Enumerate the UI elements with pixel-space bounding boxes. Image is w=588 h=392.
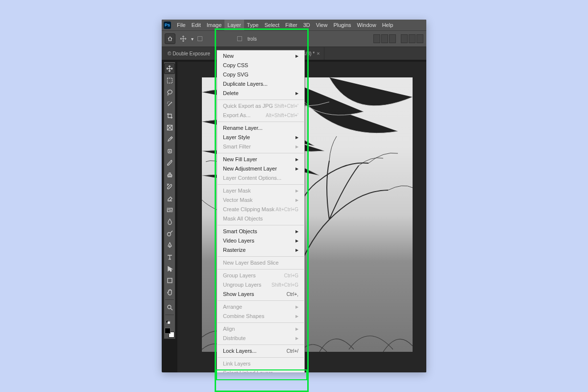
crop-tool[interactable] [164, 110, 175, 121]
marquee-tool[interactable] [164, 75, 175, 86]
menu-items: FileEditImageLayerTypeSelectFilter3DView… [174, 20, 396, 30]
layer-menu-dropdown: New▶Copy CSSCopy SVGDuplicate Layers...D… [217, 50, 305, 372]
pen-tool[interactable] [164, 240, 175, 250]
show-transform-label: trols [247, 36, 257, 42]
align-btn[interactable] [381, 34, 388, 43]
healing-brush-tool[interactable] [164, 146, 175, 156]
menu-view[interactable]: View [313, 20, 331, 30]
menuitem-duplicate-layers[interactable]: Duplicate Layers... [217, 79, 304, 89]
hand-tool[interactable] [164, 287, 175, 297]
menu-file[interactable]: File [174, 20, 189, 30]
align-btn[interactable] [373, 34, 380, 43]
shape-tool[interactable] [164, 275, 175, 286]
menuitem-new-layer-based-slice: New Layer Based Slice [217, 258, 304, 268]
lasso-tool[interactable] [164, 87, 175, 98]
show-transform-checkbox[interactable] [237, 36, 242, 41]
menuitem-link-layers: Link Layers [217, 359, 304, 368]
move-tool-icon [179, 35, 187, 43]
eraser-tool[interactable] [164, 193, 175, 203]
menuitem-new[interactable]: New▶ [217, 51, 304, 61]
app-badge: Ps [164, 22, 171, 29]
options-bar: ▾ Auto-Select: trols [162, 30, 426, 47]
menu-type[interactable]: Type [244, 20, 262, 30]
swap-colors-icon[interactable] [166, 317, 173, 326]
menuitem-layer-content-options: Layer Content Options... [217, 173, 304, 183]
document-tab[interactable]: © Double Exposure [164, 47, 215, 60]
align-btn[interactable] [389, 34, 396, 43]
menu-filter[interactable]: Filter [282, 20, 300, 30]
frame-tool[interactable] [164, 122, 175, 133]
app-window: Ps FileEditImageLayerTypeSelectFilter3DV… [162, 20, 426, 372]
menu-help[interactable]: Help [379, 20, 396, 30]
menuitem-new-fill-layer[interactable]: New Fill Layer▶ [217, 155, 304, 164]
align-buttons [373, 34, 423, 43]
svg-rect-8 [168, 321, 170, 324]
menu-bar: Ps FileEditImageLayerTypeSelectFilter3DV… [162, 20, 426, 30]
menuitem-group-layers: Group LayersCtrl+G [217, 271, 304, 280]
menuitem-quick-export-as-jpg: Quick Export as JPGShift+Ctrl+' [217, 101, 304, 111]
menuitem-ungroup-layers: Ungroup LayersShift+Ctrl+G [217, 280, 304, 290]
type-tool[interactable] [164, 251, 175, 262]
svg-rect-5 [168, 278, 172, 283]
zoom-tool[interactable] [164, 302, 175, 313]
menu-plugins[interactable]: Plugins [330, 20, 354, 30]
menuitem-video-layers[interactable]: Video Layers▶ [217, 236, 304, 245]
color-swatches[interactable] [165, 328, 174, 338]
clone-stamp-tool[interactable] [164, 169, 175, 180]
menuitem-new-adjustment-layer[interactable]: New Adjustment Layer▶ [217, 164, 304, 173]
menuitem-align: Align▶ [217, 324, 304, 334]
menu-window[interactable]: Window [354, 20, 379, 30]
menuitem-show-layers[interactable]: Show LayersCtrl+, [217, 290, 304, 299]
menuitem-export-as: Export As...Alt+Shift+Ctrl+' [217, 111, 304, 120]
menu-select[interactable]: Select [262, 20, 283, 30]
menuitem-lock-layers[interactable]: Lock Layers...Ctrl+/ [217, 346, 304, 356]
menuitem-distribute: Distribute▶ [217, 334, 304, 343]
menu-layer[interactable]: Layer [224, 20, 244, 30]
tools-panel [164, 62, 175, 339]
autoselect-checkbox[interactable] [197, 36, 202, 41]
menuitem-smart-filter: Smart Filter▶ [217, 142, 304, 151]
magic-wand-tool[interactable] [164, 98, 175, 109]
close-tab-icon[interactable]: × [317, 50, 319, 56]
menu-edit[interactable]: Edit [189, 20, 204, 30]
menuitem-copy-svg[interactable]: Copy SVG [217, 70, 304, 79]
svg-point-6 [168, 305, 171, 309]
gradient-tool[interactable] [164, 204, 175, 215]
blur-tool[interactable] [164, 216, 175, 227]
menuitem-smart-objects[interactable]: Smart Objects▶ [217, 227, 304, 236]
menuitem-select-linked-layers: Select Linked Layers [217, 368, 304, 372]
move-tool[interactable] [164, 63, 175, 74]
menuitem-layer-style[interactable]: Layer Style▶ [217, 133, 304, 142]
menu-image[interactable]: Image [204, 20, 225, 30]
align-btn[interactable] [401, 34, 408, 43]
menu-3d[interactable]: 3D [300, 20, 313, 30]
svg-point-4 [167, 232, 171, 236]
path-select-tool[interactable] [164, 263, 175, 274]
menuitem-layer-mask: Layer Mask▶ [217, 186, 304, 196]
brush-tool[interactable] [164, 157, 175, 168]
menuitem-delete[interactable]: Delete▶ [217, 89, 304, 98]
menuitem-rasterize[interactable]: Rasterize▶ [217, 245, 304, 255]
history-brush-tool[interactable] [164, 181, 175, 192]
menuitem-copy-css[interactable]: Copy CSS [217, 61, 304, 70]
menuitem-vector-mask: Vector Mask▶ [217, 196, 304, 205]
align-btn[interactable] [416, 34, 423, 43]
menuitem-rename-layer[interactable]: Rename Layer... [217, 123, 304, 133]
menuitem-combine-shapes: Combine Shapes▶ [217, 312, 304, 321]
align-btn[interactable] [409, 34, 416, 43]
menuitem-arrange: Arrange▶ [217, 302, 304, 312]
svg-rect-0 [167, 78, 172, 83]
dodge-tool[interactable] [164, 228, 175, 239]
menuitem-create-clipping-mask: Create Clipping MaskAlt+Ctrl+G [217, 205, 304, 214]
home-button[interactable] [165, 33, 175, 44]
eyedropper-tool[interactable] [164, 134, 175, 145]
menuitem-mask-all-objects: Mask All Objects [217, 214, 304, 223]
